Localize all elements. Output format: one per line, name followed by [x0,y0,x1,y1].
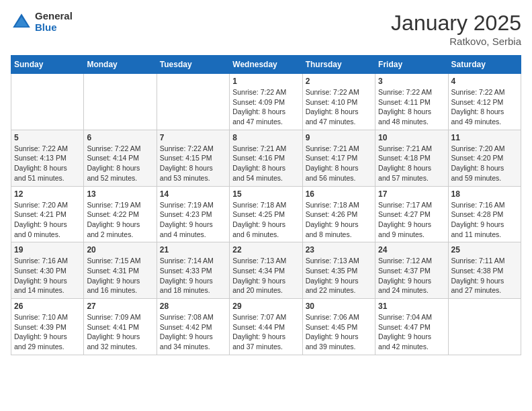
day-number: 5 [14,133,81,142]
page-header: General Blue January 2025 Ratkovo, Serbi… [11,11,521,47]
calendar-cell: 20Sunrise: 7:15 AM Sunset: 4:31 PM Dayli… [84,242,157,299]
calendar-table: SundayMondayTuesdayWednesdayThursdayFrid… [11,55,521,355]
day-number: 18 [451,189,518,199]
day-info: Sunrise: 7:17 AM Sunset: 4:27 PM Dayligh… [378,200,445,240]
calendar-week-3: 12Sunrise: 7:20 AM Sunset: 4:21 PM Dayli… [11,186,521,242]
logo: General Blue [11,11,73,33]
calendar-cell: 24Sunrise: 7:12 AM Sunset: 4:37 PM Dayli… [375,242,448,299]
day-number: 31 [378,302,445,311]
calendar-cell: 29Sunrise: 7:07 AM Sunset: 4:44 PM Dayli… [230,299,302,355]
day-info: Sunrise: 7:22 AM Sunset: 4:14 PM Dayligh… [87,144,153,183]
day-info: Sunrise: 7:19 AM Sunset: 4:23 PM Dayligh… [160,200,226,240]
day-info: Sunrise: 7:22 AM Sunset: 4:12 PM Dayligh… [451,87,518,127]
day-number: 29 [232,302,299,311]
calendar-title: January 2025 [391,11,521,36]
day-number: 24 [378,245,445,255]
day-number: 27 [87,302,153,311]
calendar-cell: 26Sunrise: 7:10 AM Sunset: 4:39 PM Dayli… [11,299,84,355]
col-header-thursday: Thursday [302,56,375,74]
day-number: 28 [160,302,226,311]
calendar-cell: 8Sunrise: 7:21 AM Sunset: 4:16 PM Daylig… [230,130,302,186]
col-header-friday: Friday [375,56,448,74]
calendar-week-4: 19Sunrise: 7:16 AM Sunset: 4:30 PM Dayli… [11,242,521,299]
calendar-cell: 15Sunrise: 7:18 AM Sunset: 4:25 PM Dayli… [230,186,302,242]
title-block: January 2025 Ratkovo, Serbia [391,11,521,47]
day-number: 12 [14,189,81,199]
day-number: 26 [14,302,81,311]
calendar-week-2: 5Sunrise: 7:22 AM Sunset: 4:13 PM Daylig… [11,130,521,186]
day-number: 10 [378,133,445,142]
calendar-location: Ratkovo, Serbia [391,36,521,47]
col-header-sunday: Sunday [11,56,84,74]
logo-general-text: General [35,11,73,22]
day-info: Sunrise: 7:07 AM Sunset: 4:44 PM Dayligh… [232,312,299,352]
col-header-tuesday: Tuesday [157,56,229,74]
calendar-cell [11,74,84,130]
day-info: Sunrise: 7:21 AM Sunset: 4:17 PM Dayligh… [306,144,372,183]
day-info: Sunrise: 7:20 AM Sunset: 4:20 PM Dayligh… [451,144,518,183]
col-header-wednesday: Wednesday [230,56,302,74]
calendar-cell: 10Sunrise: 7:21 AM Sunset: 4:18 PM Dayli… [375,130,448,186]
day-info: Sunrise: 7:18 AM Sunset: 4:25 PM Dayligh… [232,200,299,240]
day-info: Sunrise: 7:22 AM Sunset: 4:13 PM Dayligh… [14,144,81,183]
calendar-cell: 18Sunrise: 7:16 AM Sunset: 4:28 PM Dayli… [448,186,521,242]
calendar-cell: 16Sunrise: 7:18 AM Sunset: 4:26 PM Dayli… [302,186,375,242]
calendar-cell: 17Sunrise: 7:17 AM Sunset: 4:27 PM Dayli… [375,186,448,242]
day-number: 7 [160,133,226,142]
calendar-cell: 12Sunrise: 7:20 AM Sunset: 4:21 PM Dayli… [11,186,84,242]
day-info: Sunrise: 7:13 AM Sunset: 4:35 PM Dayligh… [306,256,372,295]
calendar-cell [157,74,229,130]
calendar-cell: 28Sunrise: 7:08 AM Sunset: 4:42 PM Dayli… [157,299,229,355]
day-number: 16 [306,189,372,199]
calendar-cell: 11Sunrise: 7:20 AM Sunset: 4:20 PM Dayli… [448,130,521,186]
day-info: Sunrise: 7:10 AM Sunset: 4:39 PM Dayligh… [14,312,81,352]
calendar-cell: 5Sunrise: 7:22 AM Sunset: 4:13 PM Daylig… [11,130,84,186]
calendar-cell: 7Sunrise: 7:22 AM Sunset: 4:15 PM Daylig… [157,130,229,186]
day-number: 25 [451,245,518,255]
calendar-cell [448,299,521,355]
day-number: 19 [14,245,81,255]
calendar-cell: 13Sunrise: 7:19 AM Sunset: 4:22 PM Dayli… [84,186,157,242]
col-header-saturday: Saturday [448,56,521,74]
day-info: Sunrise: 7:12 AM Sunset: 4:37 PM Dayligh… [378,256,445,295]
day-number: 4 [451,77,518,86]
day-info: Sunrise: 7:22 AM Sunset: 4:15 PM Dayligh… [160,144,226,183]
day-info: Sunrise: 7:09 AM Sunset: 4:41 PM Dayligh… [87,312,153,352]
day-number: 15 [232,189,299,199]
day-info: Sunrise: 7:06 AM Sunset: 4:45 PM Dayligh… [306,312,372,352]
day-number: 21 [160,245,226,255]
col-header-monday: Monday [84,56,157,74]
day-info: Sunrise: 7:04 AM Sunset: 4:47 PM Dayligh… [378,312,445,352]
day-number: 20 [87,245,153,255]
calendar-cell: 6Sunrise: 7:22 AM Sunset: 4:14 PM Daylig… [84,130,157,186]
calendar-cell: 22Sunrise: 7:13 AM Sunset: 4:34 PM Dayli… [230,242,302,299]
calendar-cell: 25Sunrise: 7:11 AM Sunset: 4:38 PM Dayli… [448,242,521,299]
day-number: 8 [232,133,299,142]
day-info: Sunrise: 7:22 AM Sunset: 4:10 PM Dayligh… [306,87,372,127]
day-number: 6 [87,133,153,142]
day-number: 22 [232,245,299,255]
calendar-cell: 14Sunrise: 7:19 AM Sunset: 4:23 PM Dayli… [157,186,229,242]
calendar-cell: 30Sunrise: 7:06 AM Sunset: 4:45 PM Dayli… [302,299,375,355]
logo-blue-text: Blue [35,22,73,34]
day-number: 2 [306,77,372,86]
day-number: 11 [451,133,518,142]
day-number: 9 [306,133,372,142]
day-info: Sunrise: 7:16 AM Sunset: 4:30 PM Dayligh… [14,256,81,295]
calendar-cell: 27Sunrise: 7:09 AM Sunset: 4:41 PM Dayli… [84,299,157,355]
day-number: 1 [232,77,299,86]
calendar-week-1: 1Sunrise: 7:22 AM Sunset: 4:09 PM Daylig… [11,74,521,130]
day-info: Sunrise: 7:08 AM Sunset: 4:42 PM Dayligh… [160,312,226,352]
day-info: Sunrise: 7:21 AM Sunset: 4:16 PM Dayligh… [232,144,299,183]
day-info: Sunrise: 7:22 AM Sunset: 4:09 PM Dayligh… [232,87,299,127]
day-number: 30 [306,302,372,311]
calendar-cell: 19Sunrise: 7:16 AM Sunset: 4:30 PM Dayli… [11,242,84,299]
calendar-header-row: SundayMondayTuesdayWednesdayThursdayFrid… [11,56,521,74]
calendar-week-5: 26Sunrise: 7:10 AM Sunset: 4:39 PM Dayli… [11,299,521,355]
calendar-cell: 9Sunrise: 7:21 AM Sunset: 4:17 PM Daylig… [302,130,375,186]
day-number: 23 [306,245,372,255]
day-number: 17 [378,189,445,199]
day-info: Sunrise: 7:15 AM Sunset: 4:31 PM Dayligh… [87,256,153,295]
day-info: Sunrise: 7:11 AM Sunset: 4:38 PM Dayligh… [451,256,518,295]
day-info: Sunrise: 7:19 AM Sunset: 4:22 PM Dayligh… [87,200,153,240]
